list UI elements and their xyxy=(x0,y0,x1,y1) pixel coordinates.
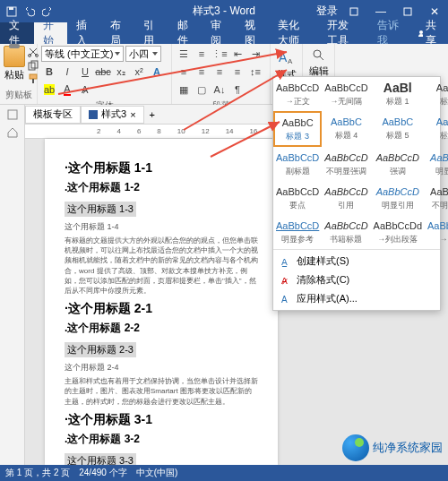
svg-text:A: A xyxy=(288,57,293,65)
apply-style-item[interactable]: A应用样式(A)... xyxy=(273,289,440,308)
line-spacing-button[interactable]: ↕≡ xyxy=(247,64,263,80)
bullets-button[interactable]: ☰ xyxy=(176,46,192,62)
close-tab-icon[interactable]: × xyxy=(130,109,135,120)
superscript-button[interactable]: x² xyxy=(131,64,147,80)
heading-3: 这个用标题 2-3 xyxy=(65,342,136,357)
style-gallery-item[interactable]: AaBbCcD明显引用 xyxy=(371,181,425,215)
style-gallery-item[interactable]: AaBbC标题 5 xyxy=(371,111,425,147)
paste-button[interactable]: 粘贴 xyxy=(4,46,25,85)
doc-tab-current[interactable]: 样式3× xyxy=(81,106,144,124)
svg-text:A̷: A̷ xyxy=(281,276,288,286)
multilevel-button[interactable]: ⋮≡ xyxy=(211,46,228,62)
justify-button[interactable]: ≡ xyxy=(229,64,246,80)
tab-insert[interactable]: 插入 xyxy=(67,22,101,44)
home-icon[interactable] xyxy=(6,126,19,141)
maximize-icon[interactable] xyxy=(394,0,421,22)
tab-references[interactable]: 引用 xyxy=(134,22,168,44)
style-gallery-item[interactable]: AaBl标题 1 xyxy=(371,77,425,111)
close-icon[interactable]: ✕ xyxy=(421,0,448,22)
style-gallery-item[interactable]: AaBbCcD→正文 xyxy=(273,77,322,111)
italic-button[interactable]: I xyxy=(59,64,75,80)
tab-home[interactable]: 开始 xyxy=(34,22,68,44)
indent-dec-button[interactable]: ⇤ xyxy=(229,46,246,62)
share-button[interactable]: 共享 xyxy=(409,22,448,44)
svg-point-4 xyxy=(419,30,423,34)
editing-button[interactable]: 编辑 xyxy=(306,46,331,78)
create-style-item[interactable]: A̲创建样式(S) xyxy=(273,252,440,271)
style-gallery-item[interactable]: AaBbCcD不明显强调 xyxy=(322,147,370,181)
text-effects-button[interactable]: A xyxy=(149,64,165,80)
style-gallery-item[interactable]: AaBbCcD不明显参考 xyxy=(425,181,448,215)
styles-gallery-panel: AaBbCcD→正文AaBbCcD→无间隔AaBl标题 1AaBbC标题 2Aa… xyxy=(272,76,441,311)
minimize-icon[interactable]: — xyxy=(367,0,394,22)
tab-view[interactable]: 视图 xyxy=(236,22,270,44)
tab-review[interactable]: 审阅 xyxy=(202,22,236,44)
style-label: 标题 3 xyxy=(277,131,318,142)
sort-button[interactable]: A↓ xyxy=(211,82,228,98)
tab-file[interactable]: 文件 xyxy=(0,22,34,44)
style-gallery-item[interactable]: AaBbCcDd→题注 xyxy=(425,215,448,249)
tab-layout[interactable]: 布局 xyxy=(101,22,135,44)
status-bar: 第 1 页，共 2 页 24/490 个字 中文(中国) xyxy=(0,465,448,481)
borders-button[interactable]: ▢ xyxy=(194,82,210,98)
style-gallery-item[interactable]: AaBbCcD明显强调 xyxy=(425,147,448,181)
align-right-button[interactable]: ≡ xyxy=(211,64,228,80)
style-label: 明显引用 xyxy=(374,200,422,211)
align-center-button[interactable]: ≡ xyxy=(194,64,210,80)
tab-tell-me[interactable]: 告诉我 xyxy=(368,22,409,44)
bold-button[interactable]: B xyxy=(41,64,57,80)
redo-icon[interactable] xyxy=(41,5,54,18)
font-color-button[interactable]: A xyxy=(59,82,75,98)
undo-icon[interactable] xyxy=(23,5,36,18)
doc-tab-templates[interactable]: 模板专区 xyxy=(25,106,81,124)
style-gallery-item[interactable]: AaBbC标题 3 xyxy=(273,111,322,147)
style-label: 明显强调 xyxy=(427,166,448,177)
page-count[interactable]: 第 1 页，共 2 页 xyxy=(5,467,70,479)
new-tab-button[interactable]: + xyxy=(144,109,160,120)
watermark-logo-icon xyxy=(342,434,369,461)
font-size-select[interactable]: 小四 xyxy=(125,46,161,62)
style-gallery-item[interactable]: AaBbCcD明显参考 xyxy=(273,215,322,249)
style-gallery-item[interactable]: AaBbCcD引用 xyxy=(322,181,370,215)
numbering-button[interactable]: ≡ xyxy=(194,46,210,62)
style-gallery-item[interactable]: AaBbCcDd→列出段落 xyxy=(371,215,425,249)
align-left-button[interactable]: ≡ xyxy=(176,64,192,80)
save-icon[interactable] xyxy=(5,5,18,18)
style-gallery-item[interactable]: AaBbC标题 2 xyxy=(425,77,448,111)
underline-button[interactable]: U xyxy=(77,64,93,80)
paragraph-group: ☰ ≡ ⋮≡ ⇤ ⇥ ≡ ≡ ≡ ≡ ↕≡ ▦ ▢ A↓ ¶ 段落 xyxy=(172,44,271,104)
login-button[interactable]: 登录 xyxy=(314,0,340,22)
style-label: →无间隔 xyxy=(324,96,367,107)
subscript-button[interactable]: x₂ xyxy=(113,64,129,80)
document-page[interactable]: ·这个用标题 1-1 .这个用标题 1-2 这个用标题 1-3 这个用标题 1-… xyxy=(45,139,278,465)
svg-rect-3 xyxy=(404,8,411,15)
style-gallery-item[interactable]: AaBbC标题 4 xyxy=(322,111,370,147)
style-preview: AaBbCcDd xyxy=(374,219,422,233)
style-label: 引用 xyxy=(324,200,367,211)
styles-menu: A̲创建样式(S) A̷清除格式(C) A应用样式(A)... xyxy=(273,249,440,310)
show-marks-button[interactable]: ¶ xyxy=(229,82,246,98)
indent-inc-button[interactable]: ⇥ xyxy=(247,46,263,62)
tab-devtools[interactable]: 开发工具 xyxy=(318,22,367,44)
style-gallery-item[interactable]: AaBbCcD要点 xyxy=(273,181,322,215)
strike-button[interactable]: abc xyxy=(95,64,111,80)
highlight-button[interactable]: ab xyxy=(41,82,57,98)
tab-mailings[interactable]: 邮件 xyxy=(168,22,202,44)
clear-format-button[interactable]: A̷ xyxy=(77,82,93,98)
style-gallery-item[interactable]: AaBbCcD→无间隔 xyxy=(322,77,370,111)
language-status[interactable]: 中文(中国) xyxy=(136,467,178,479)
tab-beautify[interactable]: 美化大师 xyxy=(269,22,318,44)
ribbon-options-icon[interactable] xyxy=(340,0,367,22)
style-gallery-item[interactable]: AaBbCcD强调 xyxy=(371,147,425,181)
svg-rect-9 xyxy=(30,74,37,79)
word-count[interactable]: 24/490 个字 xyxy=(79,467,126,479)
font-family-select[interactable]: 等线 (中文正文) xyxy=(41,46,124,62)
style-gallery-item[interactable]: AaBbC标题 6 xyxy=(425,111,448,147)
style-gallery-item[interactable]: AaBbCcD副标题 xyxy=(273,147,322,181)
style-gallery-item[interactable]: AaBbCcD书籍标题 xyxy=(322,215,370,249)
shading-button[interactable]: ▦ xyxy=(176,82,192,98)
style-preview: AaBbC xyxy=(427,115,448,129)
style-label: →列出段落 xyxy=(374,234,422,245)
clear-format-item[interactable]: A̷清除格式(C) xyxy=(273,271,440,289)
nav-icon[interactable] xyxy=(6,108,19,123)
